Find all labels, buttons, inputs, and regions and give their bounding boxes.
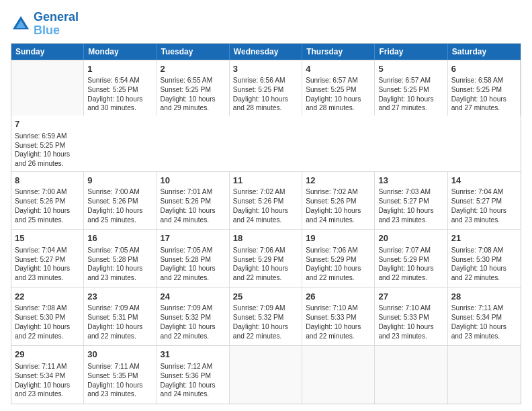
calendar-header-cell: Friday: [375, 44, 447, 60]
day-number: 31: [161, 349, 226, 361]
sunrise: Sunrise: 7:04 AM: [451, 188, 504, 195]
daylight: Daylight: 10 hours and 22 minutes.: [306, 265, 361, 281]
calendar-header-cell: Monday: [84, 44, 157, 60]
daylight: Daylight: 10 hours and 25 minutes.: [87, 207, 142, 224]
calendar-cell: 19Sunrise: 7:06 AMSunset: 5:29 PMDayligh…: [302, 230, 375, 287]
sunrise: Sunrise: 7:10 AM: [306, 304, 358, 312]
calendar-header-cell: Sunday: [11, 44, 84, 60]
calendar-cell: 20Sunrise: 7:07 AMSunset: 5:29 PMDayligh…: [375, 230, 447, 287]
calendar-cell: 15Sunrise: 7:04 AMSunset: 5:27 PMDayligh…: [11, 230, 84, 287]
day-number: 2: [161, 63, 226, 75]
day-number: 30: [87, 349, 152, 361]
day-number: 8: [15, 175, 80, 187]
sunrise: Sunrise: 7:02 AM: [233, 188, 285, 195]
calendar-week: 29Sunrise: 7:11 AMSunset: 5:34 PMDayligh…: [11, 345, 521, 404]
sunset: Sunset: 5:26 PM: [87, 197, 138, 205]
sunset: Sunset: 5:31 PM: [87, 314, 138, 321]
day-number: 13: [378, 175, 443, 187]
calendar-cell: 9Sunrise: 7:00 AMSunset: 5:26 PMDaylight…: [84, 172, 157, 230]
daylight: Daylight: 10 hours and 22 minutes.: [15, 323, 70, 340]
daylight: Daylight: 10 hours and 22 minutes.: [306, 323, 361, 340]
daylight: Daylight: 10 hours and 23 minutes.: [378, 207, 433, 224]
daylight: Daylight: 10 hours and 23 minutes.: [15, 265, 70, 281]
calendar-cell: 12Sunrise: 7:02 AMSunset: 5:26 PMDayligh…: [302, 172, 375, 230]
calendar-cell: 16Sunrise: 7:05 AMSunset: 5:28 PMDayligh…: [84, 230, 157, 287]
sunset: Sunset: 5:34 PM: [451, 314, 502, 321]
calendar-cell: 27Sunrise: 7:10 AMSunset: 5:33 PMDayligh…: [375, 288, 447, 346]
sunrise: Sunrise: 6:56 AM: [233, 77, 285, 84]
daylight: Daylight: 10 hours and 24 minutes.: [306, 207, 361, 224]
calendar-cell: 29Sunrise: 7:11 AMSunset: 5:34 PMDayligh…: [11, 346, 84, 404]
sunrise: Sunrise: 7:09 AM: [87, 304, 140, 312]
daylight: Daylight: 10 hours and 23 minutes.: [378, 323, 433, 340]
sunrise: Sunrise: 7:12 AM: [161, 363, 213, 370]
daylight: Daylight: 10 hours and 22 minutes.: [233, 265, 288, 281]
calendar-cell: 10Sunrise: 7:01 AMSunset: 5:26 PMDayligh…: [157, 172, 230, 230]
daylight: Daylight: 10 hours and 27 minutes.: [451, 95, 506, 112]
day-number: 10: [161, 175, 226, 187]
daylight: Daylight: 10 hours and 24 minutes.: [161, 381, 216, 398]
calendar-cell: [448, 346, 521, 404]
calendar-cell: 1Sunrise: 6:54 AMSunset: 5:25 PMDaylight…: [84, 60, 157, 116]
sunset: Sunset: 5:32 PM: [233, 314, 283, 321]
calendar-week: 15Sunrise: 7:04 AMSunset: 5:27 PMDayligh…: [11, 229, 521, 287]
sunset: Sunset: 5:30 PM: [451, 256, 502, 263]
daylight: Daylight: 10 hours and 22 minutes.: [378, 265, 433, 281]
calendar-header-row: SundayMondayTuesdayWednesdayThursdayFrid…: [11, 44, 521, 60]
daylight: Daylight: 10 hours and 22 minutes.: [161, 265, 216, 281]
calendar-body: 1Sunrise: 6:54 AMSunset: 5:25 PMDaylight…: [11, 60, 521, 404]
calendar-cell: 31Sunrise: 7:12 AMSunset: 5:36 PMDayligh…: [157, 346, 230, 404]
calendar-cell: 4Sunrise: 6:57 AMSunset: 5:25 PMDaylight…: [302, 60, 375, 116]
day-number: 20: [378, 232, 443, 244]
calendar-cell: [11, 60, 84, 116]
sunset: Sunset: 5:29 PM: [378, 256, 429, 263]
calendar-cell: [375, 346, 447, 404]
sunset: Sunset: 5:30 PM: [15, 314, 65, 321]
sunrise: Sunrise: 7:04 AM: [15, 246, 67, 254]
calendar-header-cell: Saturday: [448, 44, 521, 60]
calendar-cell: 26Sunrise: 7:10 AMSunset: 5:33 PMDayligh…: [302, 288, 375, 346]
sunrise: Sunrise: 6:55 AM: [161, 77, 213, 84]
sunset: Sunset: 5:26 PM: [233, 197, 283, 205]
calendar-cell: 22Sunrise: 7:08 AMSunset: 5:30 PMDayligh…: [11, 288, 84, 346]
day-number: 29: [15, 349, 80, 361]
calendar-cell: 5Sunrise: 6:57 AMSunset: 5:25 PMDaylight…: [375, 60, 447, 116]
calendar-header-cell: Tuesday: [157, 44, 230, 60]
daylight: Daylight: 10 hours and 23 minutes.: [87, 265, 142, 281]
day-number: 28: [451, 291, 517, 303]
sunrise: Sunrise: 7:05 AM: [87, 246, 140, 254]
day-number: 16: [87, 232, 152, 244]
daylight: Daylight: 10 hours and 25 minutes.: [15, 207, 70, 224]
daylight: Daylight: 10 hours and 30 minutes.: [87, 95, 142, 112]
sunrise: Sunrise: 6:58 AM: [451, 77, 504, 84]
daylight: Daylight: 10 hours and 24 minutes.: [161, 207, 216, 224]
calendar-week: 1Sunrise: 6:54 AMSunset: 5:25 PMDaylight…: [11, 60, 521, 171]
calendar-cell: 24Sunrise: 7:09 AMSunset: 5:32 PMDayligh…: [157, 288, 230, 346]
daylight: Daylight: 10 hours and 24 minutes.: [233, 207, 288, 224]
calendar-week: 22Sunrise: 7:08 AMSunset: 5:30 PMDayligh…: [11, 287, 521, 346]
calendar-cell: 8Sunrise: 7:00 AMSunset: 5:26 PMDaylight…: [11, 172, 84, 230]
daylight: Daylight: 10 hours and 29 minutes.: [161, 95, 216, 112]
page: General Blue SundayMondayTuesdayWednesda…: [0, 0, 532, 411]
sunrise: Sunrise: 6:54 AM: [87, 77, 140, 84]
calendar-cell: 3Sunrise: 6:56 AMSunset: 5:25 PMDaylight…: [230, 60, 302, 116]
sunrise: Sunrise: 7:03 AM: [378, 188, 431, 195]
sunrise: Sunrise: 7:02 AM: [306, 188, 358, 195]
calendar-cell: 17Sunrise: 7:05 AMSunset: 5:28 PMDayligh…: [157, 230, 230, 287]
daylight: Daylight: 10 hours and 28 minutes.: [233, 95, 288, 112]
daylight: Daylight: 10 hours and 26 minutes.: [15, 150, 70, 167]
day-number: 18: [233, 232, 298, 244]
calendar-cell: 11Sunrise: 7:02 AMSunset: 5:26 PMDayligh…: [230, 172, 302, 230]
sunrise: Sunrise: 7:06 AM: [306, 246, 358, 254]
daylight: Daylight: 10 hours and 22 minutes.: [233, 323, 288, 340]
sunset: Sunset: 5:27 PM: [15, 256, 65, 263]
sunset: Sunset: 5:25 PM: [15, 142, 65, 149]
sunset: Sunset: 5:34 PM: [15, 372, 65, 379]
day-number: 14: [451, 175, 517, 187]
day-number: 4: [306, 63, 371, 75]
daylight: Daylight: 10 hours and 22 minutes.: [87, 323, 142, 340]
calendar: SundayMondayTuesdayWednesdayThursdayFrid…: [11, 43, 521, 404]
sunset: Sunset: 5:25 PM: [87, 86, 138, 93]
sunrise: Sunrise: 6:57 AM: [378, 77, 431, 84]
day-number: 17: [161, 232, 226, 244]
